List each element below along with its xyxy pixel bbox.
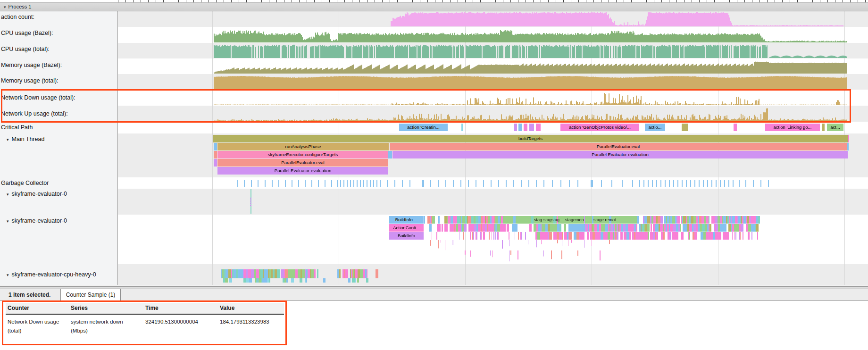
collapse-arrow-icon[interactable]: ▾ (7, 219, 9, 224)
track-label-text: skyframe-evaluator-0 (12, 191, 67, 197)
slice-label: action 'GenObjcProtos video/... (569, 125, 631, 130)
track-label-text: Garbage Collector (1, 180, 49, 186)
table-cell[interactable]: 184.1793113323983 (218, 315, 284, 337)
track-label-text: action count: (1, 14, 34, 20)
collapse-arrow-icon[interactable]: ▾ (7, 137, 9, 142)
slice-label: ActionConti... (393, 225, 420, 230)
track-label-text: CPU usage (Bazel): (1, 30, 53, 36)
critical-path-slice[interactable] (822, 124, 825, 131)
critical-path-slice[interactable] (536, 124, 541, 131)
sidebar-track-label-12[interactable]: ▾skyframe-evaluator-cpu-heavy-0 (7, 271, 96, 278)
slice-label: Parallel Evaluator evaluation (275, 168, 331, 173)
slice-label: BuildInfo ... (395, 217, 418, 222)
main-thread-slice[interactable] (388, 151, 392, 158)
sidebar-track-label-3: Memory usage (Bazel): (1, 61, 62, 69)
process-header[interactable]: ▾Process 1 (0, 2, 868, 11)
slice-label: stage.remot... (593, 216, 619, 224)
critical-path-slice[interactable] (514, 124, 517, 131)
table-header-counter[interactable]: Counter (6, 303, 69, 315)
sidebar-track-label-9: Garbage Collector (1, 179, 49, 187)
panel-splitter[interactable] (0, 285, 868, 289)
collapse-arrow-icon[interactable]: ▾ (7, 273, 9, 277)
sidebar-track-label-11[interactable]: ▾skyframe-evaluator-0 (7, 217, 67, 225)
critical-path-slice[interactable] (524, 124, 527, 131)
main-thread-slice[interactable]: runAnalysisPhase (217, 143, 389, 150)
slice-label: act... (830, 125, 840, 130)
thread-slice[interactable]: BuildInfo ... (389, 216, 424, 224)
tab-counter-sample[interactable]: Counter Sample (1) (60, 289, 121, 301)
table-header-value[interactable]: Value (218, 303, 284, 315)
main-thread-slice[interactable]: buildTargets (213, 135, 848, 142)
slice-label: action 'Linking go... (773, 125, 811, 130)
table-cell[interactable]: 324190.51300000004 (143, 315, 218, 337)
main-thread-slice[interactable]: Parallel Evaluator evaluation (217, 167, 388, 175)
track-label-text: Network Up usage (total): (1, 110, 68, 117)
sidebar-track-label-6: Network Up usage (total): (1, 110, 68, 117)
sidebar-track-label-0: action count: (1, 13, 34, 21)
sidebar-track-label-4: Memory usage (total): (1, 77, 58, 84)
track-label-text: CPU usage (total): (1, 46, 50, 52)
main-thread-slice[interactable] (214, 159, 217, 167)
sidebar-track-label-2: CPU usage (total): (1, 45, 50, 53)
slice-label: action 'Creatin... (407, 125, 439, 130)
collapse-arrow-icon[interactable]: ▾ (7, 192, 9, 197)
sidebar-track-label-1: CPU usage (Bazel): (1, 29, 53, 37)
main-thread-slice[interactable] (848, 135, 849, 142)
track-label-text: Memory usage (Bazel): (1, 62, 62, 68)
track-label-text: Network Down usage (total): (1, 94, 75, 101)
sidebar-track-label-7: Critical Path (1, 124, 33, 131)
critical-path-slice[interactable] (518, 124, 522, 131)
selection-status: 1 item selected. (8, 289, 50, 301)
slice-label: ParallelEvaluator.eval (281, 160, 324, 165)
critical-path-slice[interactable] (529, 124, 534, 131)
slice-label: Parallel Evaluator evaluation (592, 152, 648, 157)
slice-label: skyframeExecutor.configureTargets (268, 152, 338, 157)
sidebar-track-label-5: Network Down usage (total): (1, 94, 75, 101)
table-header-series[interactable]: Series (69, 303, 143, 315)
critical-path-slice[interactable] (461, 124, 463, 131)
main-thread-slice[interactable]: ParallelEvaluator.eval (217, 159, 388, 167)
main-thread-slice[interactable]: skyframeExecutor.configureTargets (217, 151, 388, 158)
main-thread-slice[interactable]: ParallelEvaluator.eval (390, 143, 847, 150)
track-label-text: skyframe-evaluator-0 (12, 217, 67, 224)
collapse-arrow-icon[interactable]: ▾ (4, 3, 6, 11)
trace-viewer: ▾Process 1 action count:CPU usage (Bazel… (0, 0, 868, 350)
process-title: Process 1 (8, 4, 32, 9)
table-cell[interactable]: system network down (Mbps) (69, 315, 143, 337)
track-label-text: Main Thread (12, 136, 45, 142)
critical-path-slice[interactable]: action 'GenObjcProtos video/... (560, 124, 639, 131)
slice-label: actio... (649, 125, 662, 130)
critical-path-slice[interactable] (682, 124, 688, 131)
main-thread-slice[interactable]: Parallel Evaluator evaluation (392, 151, 848, 158)
critical-path-slice[interactable]: action 'Linking go... (765, 124, 820, 131)
counter-sample-table[interactable]: CounterSeriesTimeValueNetwork Down usage… (6, 303, 284, 337)
critical-path-slice[interactable]: actio... (645, 124, 665, 131)
table-header-time[interactable]: Time (143, 303, 218, 315)
sidebar-track-label-10[interactable]: ▾skyframe-evaluator-0 (7, 190, 67, 198)
slice-label: buildTargets (518, 136, 542, 141)
slice-label: stagstag... (543, 216, 563, 224)
thread-slice[interactable]: BuildInfo (389, 232, 424, 240)
thread-slice[interactable]: ActionConti... (389, 224, 424, 232)
slice-label: runAnalysisPhase (285, 144, 321, 149)
track-label-text: Critical Path (1, 124, 33, 131)
slice-label: stagemen... (565, 216, 587, 224)
sidebar-track-label-8[interactable]: ▾Main Thread (7, 135, 44, 143)
critical-path-slice[interactable] (734, 124, 737, 131)
main-thread-slice[interactable] (214, 143, 217, 150)
track-label-text: skyframe-evaluator-cpu-heavy-0 (12, 271, 96, 278)
main-thread-slice[interactable] (214, 151, 217, 158)
main-thread-slice[interactable] (847, 143, 849, 150)
critical-path-slice[interactable]: action 'Creatin... (399, 124, 448, 131)
slice-label: ParallelEvaluator.eval (597, 144, 640, 149)
slice-label: BuildInfo (398, 233, 415, 238)
critical-path-slice[interactable]: act... (827, 124, 843, 131)
bottom-tab-strip (0, 289, 868, 301)
track-label-text: Memory usage (total): (1, 77, 58, 84)
table-cell[interactable]: Network Down usage (total) (6, 315, 69, 337)
